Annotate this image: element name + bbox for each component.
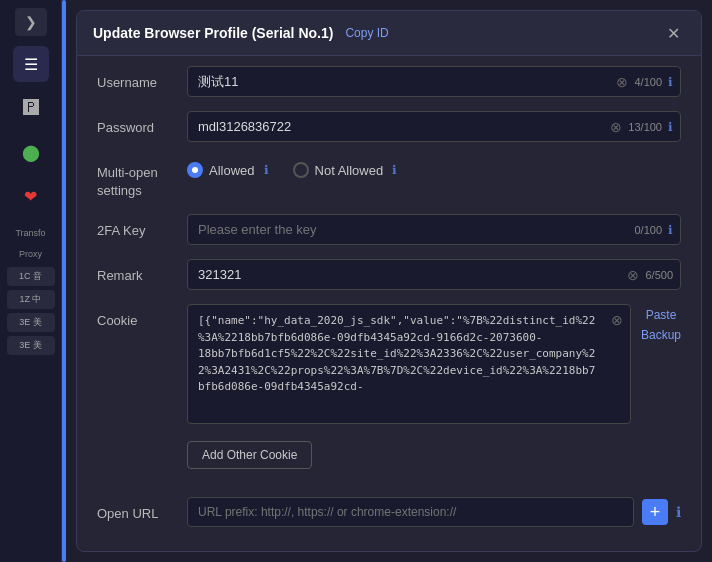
copy-id-button[interactable]: Copy ID <box>345 26 388 40</box>
proxy-icon: 🅿 <box>23 99 39 117</box>
open-url-input[interactable] <box>187 497 634 527</box>
password-suffix: ⊗ 13/100 ℹ <box>610 119 673 135</box>
url-add-button[interactable]: + <box>642 499 668 525</box>
radio-group: Allowed ℹ Not Allowed ℹ <box>187 156 681 178</box>
username-count: 4/100 <box>634 76 662 88</box>
username-input[interactable] <box>187 66 681 97</box>
list-icon: ☰ <box>24 55 38 74</box>
multi-open-label: Multi-open settings <box>97 156 187 200</box>
main-content: Update Browser Profile (Serial No.1) Cop… <box>66 0 712 562</box>
update-dialog: Update Browser Profile (Serial No.1) Cop… <box>76 10 702 552</box>
username-clear-icon[interactable]: ⊗ <box>616 74 628 90</box>
add-other-cookie-button[interactable]: Add Other Cookie <box>187 441 312 469</box>
remark-input[interactable] <box>187 259 681 290</box>
transform-label: Transfo <box>15 228 45 239</box>
radio-allowed[interactable]: Allowed ℹ <box>187 162 269 178</box>
dialog-header: Update Browser Profile (Serial No.1) Cop… <box>77 11 701 56</box>
sidebar: ❯ ☰ 🅿 ⬤ ❤ Transfo Proxy 1C 音 1Z 中 3E 美 3… <box>0 0 62 562</box>
url-info-icon[interactable]: ℹ <box>676 504 681 520</box>
sidebar-item-proxy[interactable]: 🅿 <box>13 90 49 126</box>
not-allowed-info-icon[interactable]: ℹ <box>392 163 397 177</box>
username-input-wrap: ⊗ 4/100 ℹ <box>187 66 681 97</box>
sidebar-item-1z[interactable]: 1Z 中 <box>7 290 55 309</box>
remark-row: Remark ⊗ 6/500 <box>97 259 681 290</box>
dialog-title: Update Browser Profile (Serial No.1) <box>93 25 333 41</box>
cookie-row: Cookie [{"name":"hy_data_2020_js_sdk","v… <box>97 304 681 427</box>
radio-not-allowed[interactable]: Not Allowed ℹ <box>293 162 398 178</box>
sidebar-collapse-btn[interactable]: ❯ <box>15 8 47 36</box>
twofa-label: 2FA Key <box>97 214 187 240</box>
twofa-control: 0/100 ℹ <box>187 214 681 245</box>
dialog-body: Username ⊗ 4/100 ℹ Password <box>77 56 701 551</box>
remark-label: Remark <box>97 259 187 285</box>
cookie-textarea[interactable]: [{"name":"hy_data_2020_js_sdk","value":"… <box>187 304 631 424</box>
password-count: 13/100 <box>628 121 662 133</box>
password-input-wrap: ⊗ 13/100 ℹ <box>187 111 681 142</box>
url-input-row: + ℹ <box>187 497 681 527</box>
radio-not-allowed-circle <box>293 162 309 178</box>
password-input[interactable] <box>187 111 681 142</box>
twofa-info-icon[interactable]: ℹ <box>668 223 673 237</box>
cookie-textarea-wrap: [{"name":"hy_data_2020_js_sdk","value":"… <box>187 304 631 427</box>
radio-not-allowed-label: Not Allowed <box>315 163 384 178</box>
cookie-actions: Paste Backup <box>641 304 681 342</box>
password-row: Password ⊗ 13/100 ℹ <box>97 111 681 142</box>
username-row: Username ⊗ 4/100 ℹ <box>97 66 681 97</box>
arrow-icon: ❯ <box>25 14 37 30</box>
add-cookie-section: Add Other Cookie <box>97 441 681 483</box>
twofa-suffix: 0/100 ℹ <box>634 223 673 237</box>
password-label: Password <box>97 111 187 137</box>
sidebar-item-3e-2[interactable]: 3E 美 <box>7 336 55 355</box>
multi-open-control: Allowed ℹ Not Allowed ℹ <box>187 156 681 178</box>
close-button[interactable]: ✕ <box>661 21 685 45</box>
sidebar-item-1c[interactable]: 1C 音 <box>7 267 55 286</box>
open-url-control: + ℹ <box>187 497 681 527</box>
password-clear-icon[interactable]: ⊗ <box>610 119 622 135</box>
cookie-clear-icon[interactable]: ⊗ <box>611 312 623 328</box>
password-info-icon[interactable]: ℹ <box>668 120 673 134</box>
radio-allowed-circle <box>187 162 203 178</box>
remark-control: ⊗ 6/500 <box>187 259 681 290</box>
backup-button[interactable]: Backup <box>641 328 681 342</box>
allowed-info-icon[interactable]: ℹ <box>264 163 269 177</box>
remark-clear-icon[interactable]: ⊗ <box>627 267 639 283</box>
open-url-row: Open URL + ℹ <box>97 497 681 527</box>
cookie-label: Cookie <box>97 304 187 330</box>
password-control: ⊗ 13/100 ℹ <box>187 111 681 142</box>
sidebar-item-toggle[interactable]: ⬤ <box>13 134 49 170</box>
proxy-label: Proxy <box>19 249 42 259</box>
username-control: ⊗ 4/100 ℹ <box>187 66 681 97</box>
remark-input-wrap: ⊗ 6/500 <box>187 259 681 290</box>
toggle-icon: ⬤ <box>22 143 40 162</box>
sidebar-item-3e-1[interactable]: 3E 美 <box>7 313 55 332</box>
record-icon: ❤ <box>24 187 37 206</box>
username-info-icon[interactable]: ℹ <box>668 75 673 89</box>
paste-button[interactable]: Paste <box>641 308 681 322</box>
twofa-count: 0/100 <box>634 224 662 236</box>
username-label: Username <box>97 66 187 92</box>
remark-suffix: ⊗ 6/500 <box>627 267 673 283</box>
twofa-row: 2FA Key 0/100 ℹ <box>97 214 681 245</box>
radio-allowed-label: Allowed <box>209 163 255 178</box>
sidebar-item-list[interactable]: ☰ <box>13 46 49 82</box>
username-suffix: ⊗ 4/100 ℹ <box>616 74 673 90</box>
sidebar-item-record[interactable]: ❤ <box>13 178 49 214</box>
open-url-label: Open URL <box>97 497 187 523</box>
twofa-input[interactable] <box>187 214 681 245</box>
remark-count: 6/500 <box>645 269 673 281</box>
multi-open-row: Multi-open settings Allowed ℹ Not Allowe… <box>97 156 681 200</box>
twofa-input-wrap: 0/100 ℹ <box>187 214 681 245</box>
